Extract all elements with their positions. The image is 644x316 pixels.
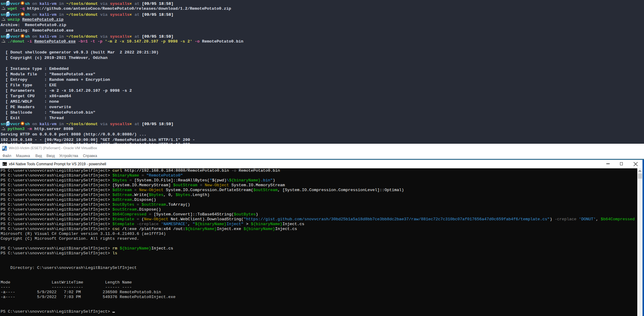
svg-text:C:\: C:\: [3, 163, 7, 166]
